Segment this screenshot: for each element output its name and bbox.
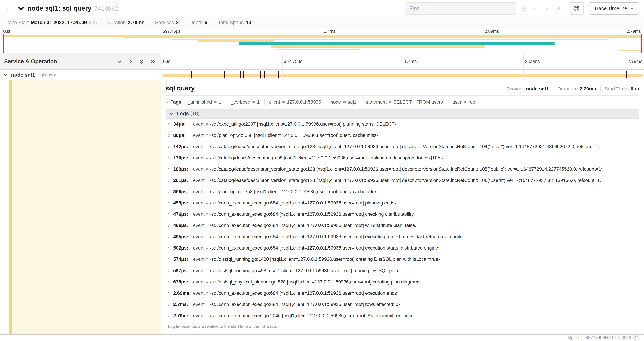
log-expand-chevron-icon[interactable]: › <box>168 155 173 160</box>
log-expand-chevron-icon[interactable]: › <box>168 234 173 239</box>
detail-tree-offset-band[interactable] <box>12 80 161 334</box>
log-event-marker[interactable] <box>245 71 246 78</box>
detail-span-color-strip[interactable] <box>9 80 12 334</box>
log-row[interactable]: › 495μs: event=‹sql/conn_executor_exec.g… <box>166 231 639 242</box>
find-input[interactable] <box>405 5 516 12</box>
log-row[interactable]: › 366μs: event=‹sql/plan_opt.go:358 [nsq… <box>166 186 639 197</box>
next-result-icon[interactable] <box>542 4 552 13</box>
log-row[interactable]: › 201μs: event=‹sql/catalog/lease/descri… <box>166 175 639 186</box>
back-button[interactable]: ← <box>4 5 15 12</box>
log-field-name: event <box>193 279 205 284</box>
log-expand-chevron-icon[interactable]: › <box>168 200 173 205</box>
timeline-tick-label: 1.4ms <box>324 29 335 34</box>
log-row[interactable]: › 486μs: event=‹sql/conn_executor_exec.g… <box>166 220 639 231</box>
span-bar-row[interactable] <box>161 70 644 80</box>
collapse-all-icon[interactable] <box>139 59 144 64</box>
log-row[interactable]: › 189μs: event=‹sql/catalog/lease/descri… <box>166 164 639 175</box>
log-event-marker[interactable] <box>626 71 627 78</box>
log-expand-chevron-icon[interactable]: › <box>168 166 173 172</box>
log-expand-chevron-icon[interactable]: › <box>168 245 173 250</box>
minimap-right-scrubber[interactable] <box>641 35 642 53</box>
trace-view-dropdown[interactable]: Trace Timeline <box>589 2 639 15</box>
trace-info-item: Services 2 <box>150 20 179 25</box>
tags-expand-chevron-icon[interactable]: › <box>166 100 168 105</box>
log-event-marker[interactable] <box>224 71 225 78</box>
log-field-name: event <box>193 155 205 160</box>
log-row[interactable]: › 2.69ms: event=‹sql/conn_executor_exec.… <box>166 287 639 299</box>
log-event-marker[interactable] <box>244 71 244 78</box>
log-expand-chevron-icon[interactable]: › <box>168 189 173 194</box>
expand-all-icon[interactable] <box>150 59 155 64</box>
tag-item: node = sql1 <box>326 99 356 105</box>
focus-matches-icon[interactable] <box>519 4 528 13</box>
minimap-left-scrubber[interactable] <box>3 35 4 53</box>
tag-key: client <box>269 99 280 105</box>
copy-link-icon[interactable] <box>633 335 638 340</box>
log-expand-chevron-icon[interactable]: › <box>168 121 173 127</box>
log-expand-chevron-icon[interactable]: › <box>168 279 173 284</box>
log-event-marker[interactable] <box>628 71 628 78</box>
prev-result-icon[interactable] <box>530 4 540 13</box>
tags-section[interactable]: › Tags: _unfinished = 1 _verbose = 1 cli… <box>166 96 639 109</box>
logs-section-header[interactable]: Logs (18) <box>166 109 639 119</box>
trace-info-value: 2 <box>176 20 179 25</box>
log-row[interactable]: › 176μs: event=‹sql/catalog/descs/descri… <box>166 152 639 164</box>
log-event-marker[interactable] <box>167 71 167 78</box>
log-event-marker[interactable] <box>175 71 175 78</box>
log-expand-chevron-icon[interactable]: › <box>168 223 173 228</box>
service-operation-title: Service & Operation <box>4 58 111 65</box>
log-expand-chevron-icon[interactable]: › <box>168 256 173 262</box>
log-row[interactable]: › 459μs: event=‹sql/conn_executor_exec.g… <box>166 197 639 209</box>
tag-key: _verbose <box>231 99 250 105</box>
log-event-marker[interactable] <box>264 71 264 78</box>
span-collapse-chevron-icon[interactable] <box>3 73 8 77</box>
trace-title-text: node sql1: sql query <box>28 5 92 12</box>
minimap-canvas[interactable] <box>0 35 644 53</box>
log-row[interactable]: › 80μs: event=‹sql/plan_opt.go:358 [nsql… <box>166 130 639 141</box>
trace-collapse-chevron-icon[interactable] <box>18 5 24 12</box>
detail-header: sql query Service: node sql1 Duration: 2… <box>166 85 639 96</box>
log-row[interactable]: › 34μs: event=‹sql/exec_util.go:2297 [ns… <box>166 119 639 130</box>
log-timestamp: 2.7ms: <box>173 302 192 307</box>
log-event-marker[interactable] <box>247 71 247 78</box>
timeline-minimap[interactable]: 0μs697.75μs1.4ms2.09ms2.79ms <box>0 28 644 53</box>
log-event-marker[interactable] <box>278 71 278 78</box>
log-expand-chevron-icon[interactable]: › <box>168 290 173 296</box>
log-field-name: event <box>193 257 205 262</box>
log-row[interactable]: › 678μs: event=‹sql/distsql_physical_pla… <box>166 276 639 287</box>
timeline-gridline <box>282 70 282 80</box>
log-expand-chevron-icon[interactable]: › <box>168 178 173 183</box>
log-timestamp: 476μs: <box>173 212 192 217</box>
log-row[interactable]: › 502μs: event=‹sql/conn_executor_exec.g… <box>166 242 639 254</box>
log-event-marker[interactable] <box>186 71 186 78</box>
log-expand-chevron-icon[interactable]: › <box>168 133 173 138</box>
log-expand-chevron-icon[interactable]: › <box>168 313 173 318</box>
log-expand-chevron-icon[interactable]: › <box>168 211 173 217</box>
log-expand-chevron-icon[interactable]: › <box>168 144 173 149</box>
expand-one-icon[interactable] <box>128 59 133 64</box>
log-row[interactable]: › 574μs: event=‹sql/distsql_running.go:1… <box>166 254 639 265</box>
log-event-text: event=‹sql/catalog/lease/descriptor_vers… <box>193 178 602 183</box>
log-row[interactable]: › 476μs: event=‹sql/conn_executor_exec.g… <box>166 209 639 220</box>
log-event-text: event=‹sql/catalog/descs/descriptor.go:9… <box>193 155 443 161</box>
log-expand-chevron-icon[interactable]: › <box>168 302 173 307</box>
log-event-marker[interactable] <box>248 71 248 78</box>
clear-find-icon[interactable]: ✕ <box>554 4 563 13</box>
log-event-marker[interactable] <box>192 71 192 78</box>
log-row[interactable]: › 2.7ms: event=‹sql/conn_executor_exec.g… <box>166 299 639 310</box>
keyboard-shortcuts-button[interactable]: ⌘ <box>570 2 584 15</box>
span-tree-item[interactable]: node sql1 sql query <box>0 70 161 80</box>
log-event-marker[interactable] <box>240 71 241 78</box>
collapse-one-icon[interactable] <box>117 59 122 64</box>
log-row[interactable]: › 597μs: event=‹sql/distsql_running.go:4… <box>166 265 639 276</box>
log-expand-chevron-icon[interactable]: › <box>168 268 173 273</box>
log-timestamp: 678μs: <box>173 279 192 285</box>
log-event-marker[interactable] <box>196 71 196 78</box>
log-field-value: ‹sql/conn_executor_exec.go:2046 [nsql1,c… <box>210 313 414 318</box>
log-row[interactable]: › 2.79ms: event=‹sql/conn_executor_exec.… <box>166 310 639 321</box>
minimap-span <box>239 42 555 43</box>
span-id-label: SpanID: <box>568 335 584 340</box>
log-event-marker[interactable] <box>194 71 194 78</box>
log-event-marker[interactable] <box>260 71 260 78</box>
log-row[interactable]: › 142μs: event=‹sql/catalog/lease/descri… <box>166 141 639 152</box>
